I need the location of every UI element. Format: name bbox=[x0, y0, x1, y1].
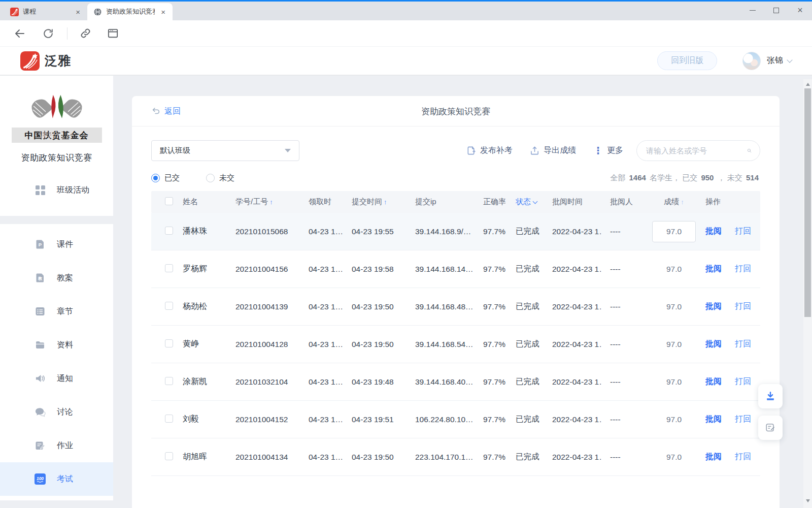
reject-link[interactable]: 打回 bbox=[735, 227, 751, 235]
score-value[interactable]: 97.0 bbox=[666, 302, 682, 311]
filter-submitted-radio[interactable]: 已交 bbox=[151, 173, 180, 183]
row-checkbox[interactable] bbox=[165, 415, 173, 423]
browser-tab-courses[interactable]: 课程 × bbox=[4, 3, 87, 20]
col-student-id[interactable]: 学号/工号↑ bbox=[226, 197, 301, 207]
sidebar-item-lesson-plan[interactable]: 教 教案 bbox=[0, 261, 113, 295]
submit-ip: 39.144.168.54… bbox=[402, 340, 473, 349]
row-checkbox[interactable] bbox=[165, 452, 173, 460]
back-arrow-icon[interactable] bbox=[13, 27, 26, 40]
review-link[interactable]: 批阅 bbox=[705, 377, 722, 386]
sidebar-item-notices[interactable]: 通知 bbox=[0, 362, 113, 395]
scrollbar-thumb[interactable] bbox=[804, 88, 811, 317]
more-button[interactable]: ⋮ 更多 bbox=[593, 145, 623, 156]
sidebar-item-class-activity[interactable]: 班级活动 bbox=[0, 178, 113, 202]
scroll-up-icon[interactable] bbox=[803, 80, 812, 88]
note-fab-button[interactable] bbox=[758, 416, 783, 440]
score-value[interactable]: 97.0 bbox=[666, 377, 682, 387]
scroll-down-icon[interactable] bbox=[803, 497, 812, 504]
download-fab-button[interactable] bbox=[758, 384, 783, 408]
tab-close-icon[interactable]: × bbox=[74, 7, 82, 17]
sidebar-item-courseware[interactable]: P 课件 bbox=[0, 228, 113, 261]
sort-up-icon: ↑ bbox=[681, 198, 684, 206]
reject-link[interactable]: 打回 bbox=[735, 264, 751, 273]
sidebar-item-discussion[interactable]: 讨论 bbox=[0, 395, 113, 429]
user-name[interactable]: 张锦 bbox=[767, 55, 783, 66]
review-link[interactable]: 批阅 bbox=[705, 227, 722, 235]
status-badge: 已完成 bbox=[505, 376, 543, 387]
student-name: 杨劲松 bbox=[174, 301, 226, 312]
class-select-dropdown[interactable]: 默认班级 bbox=[151, 140, 299, 161]
review-link[interactable]: 批阅 bbox=[705, 339, 722, 348]
reviewer: ---- bbox=[602, 265, 648, 274]
search-input[interactable] bbox=[646, 146, 747, 155]
chapters-icon bbox=[35, 306, 46, 317]
reload-icon[interactable] bbox=[42, 27, 55, 40]
score-value[interactable]: 97.0 bbox=[666, 453, 682, 462]
export-grades-button[interactable]: 导出成绩 bbox=[530, 145, 576, 156]
col-score[interactable]: 成绩↑ bbox=[648, 197, 700, 207]
user-avatar[interactable] bbox=[742, 52, 761, 70]
tab-label: 课程 bbox=[23, 7, 70, 16]
minimize-button[interactable] bbox=[740, 2, 764, 19]
receive-time: 04-23 1… bbox=[301, 227, 345, 236]
col-submit-time[interactable]: 提交时间↑ bbox=[345, 197, 402, 207]
total-count: 1464 bbox=[628, 173, 648, 182]
search-box[interactable] bbox=[636, 140, 760, 161]
browser-tab-contest[interactable]: 资助政策知识竞赛 × bbox=[87, 3, 173, 20]
sidebar-item-materials[interactable]: 资料 bbox=[0, 328, 113, 362]
submit-time: 04-23 19:50 bbox=[345, 302, 402, 311]
link-icon[interactable] bbox=[79, 27, 92, 40]
status-badge: 已完成 bbox=[505, 226, 543, 237]
submit-ip: 39.144.168.40… bbox=[402, 377, 473, 387]
review-time: 2022-04-23 1… bbox=[543, 340, 602, 349]
unsubmitted-count: 514 bbox=[745, 173, 760, 182]
svg-text:教: 教 bbox=[38, 276, 43, 281]
receive-time: 04-23 1… bbox=[301, 453, 345, 462]
back-to-old-version-button[interactable]: 回到旧版 bbox=[657, 51, 717, 70]
select-all-checkbox[interactable] bbox=[165, 197, 173, 205]
reject-link[interactable]: 打回 bbox=[735, 415, 751, 423]
review-link[interactable]: 批阅 bbox=[705, 264, 722, 273]
table-row: 黄峥 202101004128 04-23 1… 04-23 19:50 39.… bbox=[151, 326, 760, 363]
receive-time: 04-23 1… bbox=[301, 415, 345, 424]
score-value[interactable]: 97.0 bbox=[652, 221, 696, 242]
sidebar-item-chapters[interactable]: 章节 bbox=[0, 295, 113, 328]
col-ip: 提交ip bbox=[402, 197, 473, 207]
chevron-down-icon[interactable] bbox=[787, 57, 792, 62]
accuracy: 97.7% bbox=[473, 340, 505, 349]
row-checkbox[interactable] bbox=[165, 227, 173, 235]
reject-link[interactable]: 打回 bbox=[735, 377, 751, 386]
row-checkbox[interactable] bbox=[165, 264, 173, 272]
filter-unsubmitted-radio[interactable]: 未交 bbox=[206, 173, 234, 183]
row-checkbox[interactable] bbox=[165, 377, 173, 385]
maximize-button[interactable] bbox=[764, 2, 788, 19]
reject-link[interactable]: 打回 bbox=[735, 452, 751, 461]
table-body: 潘林珠 202101015068 04-23 1… 04-23 19:55 39… bbox=[151, 213, 760, 476]
review-link[interactable]: 批阅 bbox=[705, 452, 722, 461]
brand[interactable]: 泛雅 bbox=[20, 51, 71, 71]
col-status-filter[interactable]: 状态 bbox=[505, 197, 543, 207]
row-checkbox[interactable] bbox=[165, 339, 173, 347]
app-window-icon[interactable] bbox=[106, 27, 119, 40]
reject-link[interactable]: 打回 bbox=[735, 339, 751, 348]
student-id: 202101004152 bbox=[226, 415, 301, 424]
tab-close-icon[interactable]: × bbox=[159, 7, 167, 17]
receive-time: 04-23 1… bbox=[301, 340, 345, 349]
review-link[interactable]: 批阅 bbox=[705, 302, 722, 310]
score-value[interactable]: 97.0 bbox=[666, 265, 682, 274]
score-value[interactable]: 97.0 bbox=[666, 340, 682, 349]
chevron-down-icon bbox=[533, 199, 538, 204]
reject-link[interactable]: 打回 bbox=[735, 302, 751, 310]
publish-makeup-button[interactable]: 发布补考 bbox=[466, 145, 513, 156]
row-checkbox[interactable] bbox=[165, 302, 173, 310]
page-scrollbar[interactable] bbox=[803, 79, 812, 508]
sidebar-item-homework[interactable]: 作业 bbox=[0, 429, 113, 462]
chaoxing-logo-icon bbox=[10, 8, 19, 16]
sidebar-item-exams[interactable]: 100 考试 bbox=[0, 462, 113, 496]
fanya-logo-icon bbox=[20, 51, 40, 71]
close-button[interactable]: × bbox=[788, 2, 812, 19]
score-value[interactable]: 97.0 bbox=[666, 415, 682, 424]
radio-icon bbox=[151, 174, 160, 182]
review-time: 2022-04-23 1… bbox=[543, 415, 602, 424]
review-link[interactable]: 批阅 bbox=[705, 415, 722, 423]
